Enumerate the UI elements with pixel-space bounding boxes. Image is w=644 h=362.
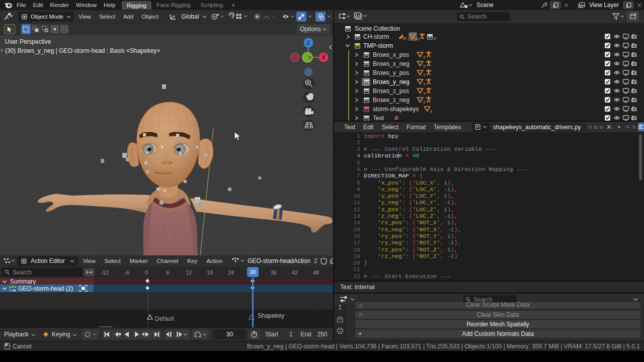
svg-text:6: 6 — [430, 109, 432, 113]
svg-text:X: X — [321, 54, 325, 60]
svg-text:Z: Z — [307, 40, 310, 46]
svg-text:User Perspective: User Perspective — [5, 38, 51, 45]
svg-text:Default: Default — [155, 315, 175, 322]
svg-text:Shapekey: Shapekey — [258, 312, 284, 319]
svg-text:Y: Y — [308, 55, 311, 60]
svg-text:(30) Brows_y_neg | GEO-storm-h: (30) Brows_y_neg | GEO-storm-head : Basi… — [5, 47, 160, 54]
svg-text:2: 2 — [626, 127, 627, 129]
